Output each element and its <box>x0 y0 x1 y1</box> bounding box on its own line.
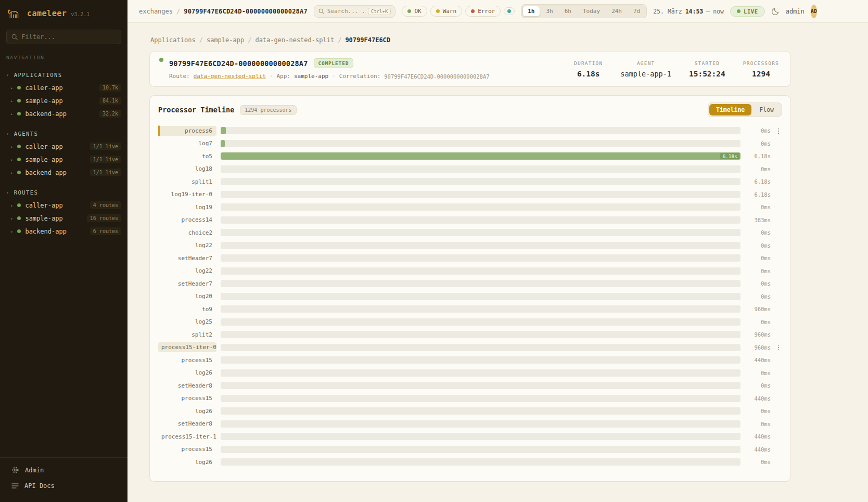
time-range-7d[interactable]: 7d <box>628 6 645 17</box>
date-range[interactable]: 25. März 14:53 — now <box>653 8 724 15</box>
sidebar-item-caller-app[interactable]: ▸caller-app10.7k <box>0 81 127 94</box>
sidebar-item-backend-app[interactable]: ▸backend-app1/1 live <box>0 166 127 179</box>
timeline-row[interactable]: setHeader80ms <box>158 379 782 392</box>
timeline-row[interactable]: log200ms <box>158 290 782 303</box>
filter-chip-error[interactable]: Error <box>465 6 501 17</box>
timeline-row[interactable]: process15440ms <box>158 392 782 405</box>
kebab-menu-icon[interactable]: ⋮ <box>775 343 782 351</box>
live-label: LIVE <box>744 8 758 15</box>
view-toggle-timeline[interactable]: Timeline <box>709 104 751 115</box>
timeline-track <box>221 318 741 326</box>
timeline-row[interactable]: process15440ms <box>158 443 782 456</box>
row-duration: 0ms <box>745 280 771 287</box>
live-badge[interactable]: LIVE <box>730 6 765 17</box>
main-column: exchanges / 90799F47E6CD24D-000000000000… <box>127 0 868 502</box>
sidebar-section-header[interactable]: ▾ROUTES <box>0 186 127 199</box>
timeline-row[interactable]: split16.18s <box>158 175 782 188</box>
app-value: sample-app <box>294 73 328 80</box>
sidebar-item-sample-app[interactable]: ▸sample-app1/1 live <box>0 153 127 166</box>
app-logo[interactable]: cameleer v3.2.1 <box>0 0 127 24</box>
processor-name: log25 <box>158 317 216 327</box>
sidebar-item-backend-app[interactable]: ▸backend-app6 routes <box>0 225 127 238</box>
timeline-track <box>221 216 741 224</box>
sidebar-section-header[interactable]: ▾APPLICATIONS <box>0 69 127 81</box>
sidebar-item-label: backend-app <box>25 169 66 176</box>
timeline-row[interactable]: log70ms <box>158 137 782 150</box>
selection-marker <box>158 125 160 136</box>
time-range-today[interactable]: Today <box>578 6 605 17</box>
sidebar-item-label: backend-app <box>25 110 66 118</box>
filter-chip-extra[interactable] <box>504 7 515 15</box>
timeline-row[interactable]: to56.18s6.18s <box>158 150 782 163</box>
timeline-track <box>221 331 741 338</box>
timeline-row[interactable]: to9960ms <box>158 303 782 316</box>
moon-icon[interactable] <box>771 7 780 16</box>
timeline-row[interactable]: choice20ms <box>158 226 782 239</box>
timeline-row[interactable]: process15440ms <box>158 354 782 367</box>
sidebar-item-caller-app[interactable]: ▸caller-app4 routes <box>0 199 127 212</box>
timeline-row[interactable]: log19-iter-06.18s <box>158 188 782 201</box>
app-version: v3.2.1 <box>71 11 90 17</box>
timeline-row[interactable]: log180ms <box>158 163 782 176</box>
sidebar: cameleer v3.2.1 NAVIGATION ▾APPLICATIONS… <box>0 0 127 502</box>
sidebar-section-header[interactable]: ▾AGENTS <box>0 127 127 140</box>
exchange-summary: 90799F47E6CD24D-00000000000028A7 COMPLET… <box>159 58 490 80</box>
filter-input[interactable] <box>21 33 116 41</box>
timeline-row[interactable]: setHeader80ms <box>158 418 782 431</box>
timeline-row[interactable]: log190ms <box>158 201 782 214</box>
timeline-row[interactable]: log260ms <box>158 405 782 418</box>
chevron-down-icon: ▾ <box>6 73 9 78</box>
timeline-row[interactable]: split2960ms <box>158 328 782 341</box>
view-toggle: TimelineFlow <box>708 102 782 117</box>
search-icon <box>11 34 18 40</box>
time-range-3h[interactable]: 3h <box>541 6 558 17</box>
sidebar-item-caller-app[interactable]: ▸caller-app1/1 live <box>0 140 127 153</box>
sidebar-section: ▾AGENTS▸caller-app1/1 live▸sample-app1/1… <box>0 127 127 179</box>
timeline-row[interactable]: process15-iter-1440ms <box>158 430 782 443</box>
time-range-6h[interactable]: 6h <box>559 6 577 17</box>
footer-item-api-docs[interactable]: API Docs <box>0 478 127 494</box>
processor-name: log22 <box>158 240 216 250</box>
timeline-row[interactable]: log260ms <box>158 456 782 469</box>
timeline-track <box>221 280 741 287</box>
breadcrumb-section[interactable]: exchanges <box>139 8 173 15</box>
route-link[interactable]: data-gen-nested-split <box>194 73 266 80</box>
time-range-1h[interactable]: 1h <box>522 6 540 17</box>
sidebar-item-backend-app[interactable]: ▸backend-app32.2k <box>0 107 127 120</box>
timeline-row[interactable]: log220ms <box>158 265 782 278</box>
view-toggle-flow[interactable]: Flow <box>752 104 781 115</box>
timeline-row[interactable]: log260ms <box>158 367 782 380</box>
kebab-menu-icon[interactable]: ⋮ <box>775 127 782 135</box>
filter-chip-ok[interactable]: OK <box>402 6 427 17</box>
filter-chip-label: Warn <box>443 8 457 15</box>
timeline-row[interactable]: log220ms <box>158 239 782 252</box>
avatar[interactable]: AD <box>811 5 817 18</box>
breadcrumb-item[interactable]: sample-app <box>207 36 244 44</box>
breadcrumb-item[interactable]: Applications <box>150 36 196 44</box>
timeline-row[interactable]: setHeader70ms <box>158 277 782 290</box>
sidebar-footer: AdminAPI Docs <box>0 457 127 502</box>
timeline-bar <box>221 127 226 134</box>
app-name: cameleer <box>27 9 67 18</box>
breadcrumb-item[interactable]: data-gen-nested-split <box>255 36 334 44</box>
row-duration: 6.18s <box>745 153 771 159</box>
status-dot <box>17 86 21 89</box>
sidebar-item-sample-app[interactable]: ▸sample-app84.1k <box>0 94 127 107</box>
time-range-24h[interactable]: 24h <box>606 6 627 17</box>
row-duration: 0ms <box>745 242 771 249</box>
sidebar-item-label: sample-app <box>25 156 62 163</box>
search-box[interactable]: Ctrl+K <box>314 5 396 18</box>
sidebar-section: ▾ROUTES▸caller-app4 routes▸sample-app16 … <box>0 186 127 238</box>
filter-chip-warn[interactable]: Warn <box>430 6 463 17</box>
status-dot <box>17 145 21 148</box>
timeline-row[interactable]: log250ms <box>158 316 782 329</box>
timeline-track <box>221 395 741 402</box>
row-duration: 960ms <box>745 331 771 338</box>
timeline-row[interactable]: process60ms⋮ <box>158 124 782 137</box>
search-input[interactable] <box>327 8 365 15</box>
sidebar-item-sample-app[interactable]: ▸sample-app16 routes <box>0 212 127 225</box>
timeline-row[interactable]: process14383ms <box>158 214 782 227</box>
timeline-row[interactable]: setHeader70ms <box>158 252 782 265</box>
footer-item-admin[interactable]: Admin <box>0 462 127 478</box>
timeline-row[interactable]: process15-iter-0960ms⋮ <box>158 341 782 354</box>
